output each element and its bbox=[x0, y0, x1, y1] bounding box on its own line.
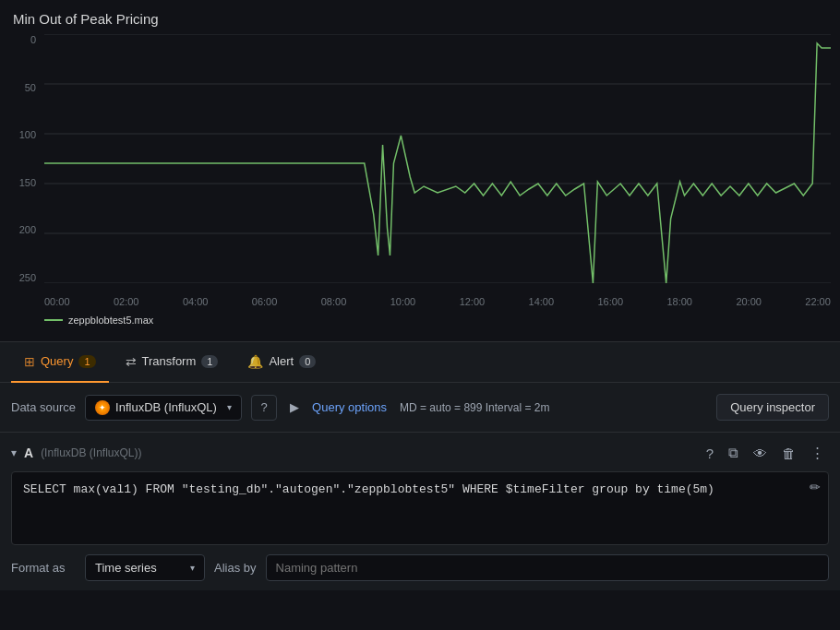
query-source-label: (InfluxDB (InfluxQL)) bbox=[41, 446, 141, 459]
line-chart bbox=[44, 34, 831, 283]
chart-svg-container bbox=[44, 34, 831, 283]
tab-transform-label: Transform bbox=[142, 354, 197, 368]
query-text[interactable]: SELECT max(val1) FROM "testing_db"."auto… bbox=[23, 482, 714, 496]
legend-line bbox=[44, 319, 63, 321]
query-options-button[interactable]: Query options bbox=[312, 400, 387, 414]
tab-alert-label: Alert bbox=[269, 354, 294, 368]
query-meta-text: MD = auto = 899 Interval = 2m bbox=[400, 401, 549, 414]
datasource-info-button[interactable]: ? bbox=[251, 395, 277, 421]
datasource-select[interactable]: ✦ InfluxDB (InfluxQL) ▾ bbox=[85, 395, 242, 421]
query-copy-button[interactable]: ⧉ bbox=[724, 442, 743, 464]
chart-title: Min Out of Peak Pricing bbox=[9, 11, 831, 27]
tab-query-badge: 1 bbox=[78, 355, 95, 368]
query-delete-button[interactable]: 🗑 bbox=[777, 443, 800, 464]
query-toggle-visibility-button[interactable]: 👁 bbox=[749, 443, 772, 464]
collapse-arrow-icon[interactable]: ▾ bbox=[11, 446, 17, 459]
format-select[interactable]: Time series ▾ bbox=[85, 554, 205, 581]
legend-label: zeppblobtest5.max bbox=[68, 315, 153, 326]
query-options-arrow[interactable]: ▶ bbox=[286, 397, 303, 418]
tab-transform-badge: 1 bbox=[201, 355, 218, 368]
chart-container: Min Out of Peak Pricing 250 200 150 100 … bbox=[0, 0, 840, 341]
tab-transform[interactable]: ⇄ Transform 1 bbox=[113, 342, 232, 383]
datasource-label: Data source bbox=[11, 400, 76, 414]
influxdb-icon: ✦ bbox=[95, 400, 110, 415]
format-chevron-icon: ▾ bbox=[190, 563, 195, 573]
query-actions: ? ⧉ 👁 🗑 ⋮ bbox=[702, 442, 829, 464]
alert-icon: 🔔 bbox=[247, 354, 263, 369]
datasource-bar: Data source ✦ InfluxDB (InfluxQL) ▾ ? ▶ … bbox=[0, 382, 840, 432]
query-icon: ⊞ bbox=[24, 354, 35, 369]
chart-legend: zeppblobtest5.max bbox=[9, 315, 831, 326]
tab-alert[interactable]: 🔔 Alert 0 bbox=[234, 342, 329, 383]
tab-query-label: Query bbox=[41, 354, 73, 368]
chart-area: 250 200 150 100 50 0 00:00 bbox=[9, 34, 831, 311]
format-row: Format as Time series ▾ Alias by bbox=[11, 554, 829, 581]
query-id-label: A bbox=[24, 446, 33, 460]
query-header: ▾ A (InfluxDB (InfluxQL)) ? ⧉ 👁 🗑 ⋮ bbox=[11, 442, 829, 464]
query-help-button[interactable]: ? bbox=[702, 443, 718, 464]
format-value: Time series bbox=[95, 561, 157, 575]
tab-alert-badge: 0 bbox=[299, 355, 316, 368]
query-inspector-button[interactable]: Query inspector bbox=[716, 394, 829, 421]
tab-query[interactable]: ⊞ Query 1 bbox=[11, 342, 109, 383]
query-editor: SELECT max(val1) FROM "testing_db"."auto… bbox=[11, 471, 829, 545]
x-axis: 00:00 02:00 04:00 06:00 08:00 10:00 12:0… bbox=[44, 292, 831, 311]
chevron-down-icon: ▾ bbox=[227, 402, 232, 412]
alias-label: Alias by bbox=[214, 561, 257, 575]
transform-icon: ⇄ bbox=[126, 354, 137, 369]
naming-pattern-input[interactable] bbox=[266, 554, 829, 581]
format-label: Format as bbox=[11, 561, 76, 575]
datasource-value: InfluxDB (InfluxQL) bbox=[115, 400, 217, 414]
query-more-button[interactable]: ⋮ bbox=[806, 442, 829, 464]
tabs-bar: ⊞ Query 1 ⇄ Transform 1 🔔 Alert 0 bbox=[0, 341, 840, 382]
query-block: ▾ A (InfluxDB (InfluxQL)) ? ⧉ 👁 🗑 ⋮ SELE… bbox=[0, 432, 840, 590]
query-edit-button[interactable]: ✏ bbox=[810, 480, 821, 494]
y-axis: 250 200 150 100 50 0 bbox=[9, 34, 42, 283]
